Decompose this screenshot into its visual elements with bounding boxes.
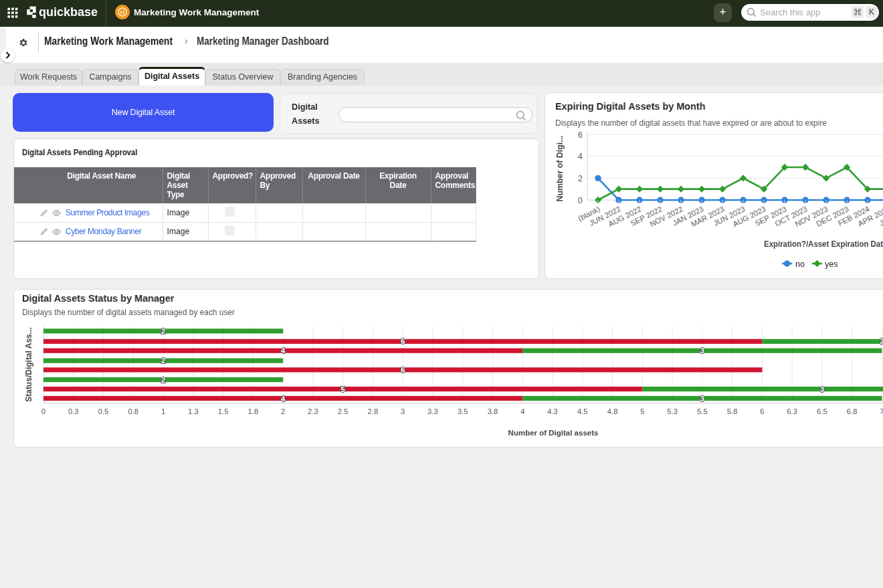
svg-text:Status/Digital Ass...: Status/Digital Ass... <box>24 327 33 402</box>
svg-text:3: 3 <box>700 395 704 403</box>
svg-text:2.3: 2.3 <box>308 407 318 415</box>
svg-text:4.3: 4.3 <box>547 407 558 415</box>
svg-text:4: 4 <box>281 395 286 403</box>
svg-text:0.3: 0.3 <box>68 407 79 415</box>
svg-text:2: 2 <box>880 337 883 345</box>
svg-text:4.8: 4.8 <box>607 407 618 415</box>
svg-text:0: 0 <box>578 196 583 205</box>
svg-text:3: 3 <box>401 407 405 415</box>
svg-text:2: 2 <box>281 407 285 415</box>
svg-text:3.8: 3.8 <box>488 407 498 415</box>
svg-text:2.5: 2.5 <box>338 407 349 415</box>
svg-text:3: 3 <box>820 385 824 393</box>
svg-text:Expiration?/Asset Expiration D: Expiration?/Asset Expiration Date (Month… <box>764 239 883 249</box>
svg-text:yes: yes <box>825 260 838 269</box>
svg-text:6.8: 6.8 <box>847 407 858 415</box>
svg-text:Number of Digital assets: Number of Digital assets <box>508 429 599 437</box>
svg-text:0.5: 0.5 <box>98 407 109 415</box>
svg-text:1.8: 1.8 <box>248 407 259 415</box>
svg-text:6.5: 6.5 <box>817 407 827 415</box>
svg-text:6.3: 6.3 <box>787 407 797 415</box>
svg-text:5: 5 <box>640 407 644 415</box>
svg-text:4.5: 4.5 <box>577 407 588 415</box>
svg-text:1: 1 <box>161 407 165 415</box>
svg-text:1.3: 1.3 <box>188 407 199 415</box>
svg-text:4: 4 <box>578 152 583 161</box>
svg-text:2.8: 2.8 <box>368 407 379 415</box>
svg-text:0.8: 0.8 <box>128 407 138 415</box>
svg-text:6: 6 <box>401 366 405 374</box>
svg-text:3: 3 <box>700 347 704 355</box>
svg-text:0: 0 <box>41 407 45 415</box>
svg-text:3.5: 3.5 <box>458 407 468 415</box>
svg-text:Number of Digi...: Number of Digi... <box>555 135 565 201</box>
svg-text:2: 2 <box>161 357 165 365</box>
svg-text:2: 2 <box>161 327 165 335</box>
svg-text:7: 7 <box>880 407 883 415</box>
svg-text:4: 4 <box>281 347 286 355</box>
svg-text:5.8: 5.8 <box>727 407 738 415</box>
svg-text:6: 6 <box>760 407 764 415</box>
svg-text:1.5: 1.5 <box>218 407 229 415</box>
svg-text:3.3: 3.3 <box>427 407 438 415</box>
svg-text:6: 6 <box>578 130 583 140</box>
svg-text:5.3: 5.3 <box>667 407 678 415</box>
svg-text:2: 2 <box>578 174 583 183</box>
svg-text:4: 4 <box>520 407 524 415</box>
svg-text:6: 6 <box>401 337 405 345</box>
svg-text:5.5: 5.5 <box>697 407 708 415</box>
svg-text:2: 2 <box>161 376 165 384</box>
svg-text:5: 5 <box>341 385 345 393</box>
svg-text:no: no <box>795 260 805 269</box>
